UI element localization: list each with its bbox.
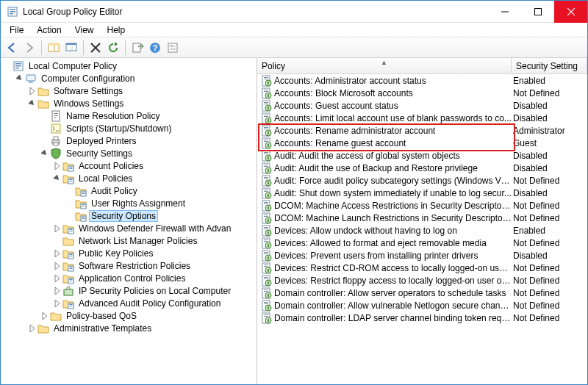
policy-row[interactable]: Accounts: Administrator account statusEn… (257, 74, 587, 87)
tree-item[interactable]: Software Settings (1, 84, 257, 97)
policy-row[interactable]: Devices: Allow undock without having to … (257, 224, 587, 237)
policy-row[interactable]: DCOM: Machine Launch Restrictions in Sec… (257, 212, 587, 224)
help-button[interactable] (147, 40, 163, 56)
properties-button[interactable] (165, 40, 181, 56)
column-policy[interactable]: Policy ▲ (257, 58, 512, 73)
tree-item-label: Application Control Policies (77, 273, 187, 284)
column-policy-label: Policy (262, 61, 285, 71)
sfolder-icon (62, 160, 74, 172)
policy-row[interactable]: Audit: Force audit policy subcategory se… (257, 174, 587, 187)
menu-action[interactable]: Action (31, 24, 67, 36)
expander-placeholder (40, 111, 50, 121)
tree-item[interactable]: Account Policies (1, 159, 257, 172)
close-button[interactable] (554, 1, 587, 23)
tree-item-label: Administrative Templates (52, 323, 153, 334)
policy-row[interactable]: Domain controller: Allow vulnerable Netl… (257, 299, 587, 312)
policy-setting: Disabled (512, 113, 587, 123)
expand-icon[interactable] (52, 161, 62, 171)
refresh-button[interactable] (105, 40, 121, 56)
policy-setting: Not Defined (512, 276, 587, 286)
tree-item[interactable]: Scripts (Startup/Shutdown) (1, 122, 257, 134)
column-setting[interactable]: Security Setting (512, 58, 587, 73)
expand-icon[interactable] (52, 248, 62, 259)
tree-pane[interactable]: Local Computer PolicyComputer Configurat… (1, 58, 257, 384)
policy-row[interactable]: Audit: Audit the access of global system… (257, 149, 587, 162)
titlebar[interactable]: Local Group Policy Editor (1, 1, 587, 23)
printer-icon (50, 135, 62, 147)
policy-row[interactable]: Accounts: Limit local account use of bla… (257, 112, 587, 124)
expander-placeholder (2, 61, 12, 71)
policy-icon (260, 287, 272, 299)
policy-name: Audit: Shut down system immediately if u… (274, 188, 512, 198)
policy-row[interactable]: DCOM: Machine Access Restrictions in Sec… (257, 199, 587, 212)
expand-icon[interactable] (52, 286, 62, 296)
policy-name: DCOM: Machine Access Restrictions in Sec… (274, 201, 512, 211)
policy-row[interactable]: Accounts: Rename guest accountGuest (257, 137, 587, 149)
tree-item-label: User Rights Assignment (90, 198, 187, 209)
policy-row[interactable]: Accounts: Block Microsoft accountsNot De… (257, 87, 587, 99)
policy-row[interactable]: Devices: Restrict CD-ROM access to local… (257, 262, 587, 274)
tree-item[interactable]: Public Key Policies (1, 247, 257, 259)
tree-item[interactable]: Audit Policy (1, 184, 257, 197)
tree-item[interactable]: Windows Settings (1, 97, 257, 109)
policy-name: Audit: Force audit policy subcategory se… (274, 176, 512, 186)
tree-item[interactable]: Windows Defender Firewall with Advan (1, 222, 257, 234)
collapse-icon[interactable] (40, 148, 50, 159)
tree-item[interactable]: Deployed Printers (1, 134, 257, 147)
tree-item[interactable]: IP Security Policies on Local Computer (1, 284, 257, 297)
collapse-icon[interactable] (27, 98, 37, 109)
policy-row[interactable]: Accounts: Guest account statusDisabled (257, 99, 587, 112)
maximize-button[interactable] (521, 1, 554, 23)
tree-item[interactable]: Network List Manager Policies (1, 234, 257, 247)
tree-item[interactable]: Policy-based QoS (1, 309, 257, 322)
policy-row[interactable]: Devices: Allowed to format and eject rem… (257, 237, 587, 249)
policy-row[interactable]: Domain controller: LDAP server channel b… (257, 312, 587, 324)
delete-button[interactable] (87, 40, 104, 56)
policy-row[interactable]: Audit: Shut down system immediately if u… (257, 187, 587, 199)
tree-item[interactable]: Application Control Policies (1, 272, 257, 284)
show-hide-console-button[interactable] (63, 40, 79, 56)
forward-button[interactable] (21, 40, 37, 56)
tree-item[interactable]: Advanced Audit Policy Configuration (1, 297, 257, 309)
back-button[interactable] (4, 40, 20, 56)
policy-icon (260, 162, 272, 174)
policy-list[interactable]: Accounts: Administrator account statusEn… (257, 74, 587, 384)
policy-row[interactable]: Devices: Restrict floppy access to local… (257, 274, 587, 287)
tree-item[interactable]: Security Options (1, 209, 257, 222)
tree-item[interactable]: User Rights Assignment (1, 197, 257, 209)
expand-icon[interactable] (52, 223, 62, 234)
collapse-icon[interactable] (52, 173, 62, 184)
show-hide-tree-button[interactable] (46, 40, 62, 56)
policy-icon (260, 112, 272, 124)
expand-icon[interactable] (52, 273, 62, 284)
menu-help[interactable]: Help (101, 24, 132, 36)
expand-icon[interactable] (52, 298, 62, 309)
expand-icon[interactable] (27, 323, 37, 334)
expand-icon[interactable] (40, 311, 50, 321)
menu-file[interactable]: File (4, 24, 29, 36)
policy-setting: Not Defined (512, 288, 587, 298)
collapse-icon[interactable] (15, 73, 25, 84)
tree-item[interactable]: Computer Configuration (1, 72, 257, 84)
policy-row[interactable]: Devices: Prevent users from installing p… (257, 249, 587, 262)
menu-view[interactable]: View (69, 24, 100, 36)
window-title: Local Group Policy Editor (23, 7, 488, 17)
tree-item-label: Computer Configuration (40, 73, 136, 84)
policy-row[interactable]: Audit: Audit the use of Backup and Resto… (257, 162, 587, 174)
policy-row[interactable]: Accounts: Rename administrator accountAd… (257, 124, 587, 137)
app-icon (7, 6, 18, 18)
tree-item[interactable]: Local Policies (1, 172, 257, 184)
tree-item[interactable]: Software Restriction Policies (1, 259, 257, 272)
tree-item[interactable]: Administrative Templates (1, 322, 257, 334)
policy-icon (260, 125, 272, 137)
tree-item[interactable]: Name Resolution Policy (1, 109, 257, 122)
export-list-button[interactable] (129, 40, 146, 56)
app-window: Local Group Policy Editor File Action Vi… (0, 0, 588, 385)
expand-icon[interactable] (27, 86, 37, 96)
policy-row[interactable]: Domain controller: Allow server operator… (257, 287, 587, 299)
tree-item-label: Policy-based QoS (65, 311, 138, 321)
expand-icon[interactable] (52, 261, 62, 271)
minimize-button[interactable] (488, 1, 521, 23)
tree-item[interactable]: Security Settings (1, 147, 257, 159)
tree-item[interactable]: Local Computer Policy (1, 60, 257, 72)
